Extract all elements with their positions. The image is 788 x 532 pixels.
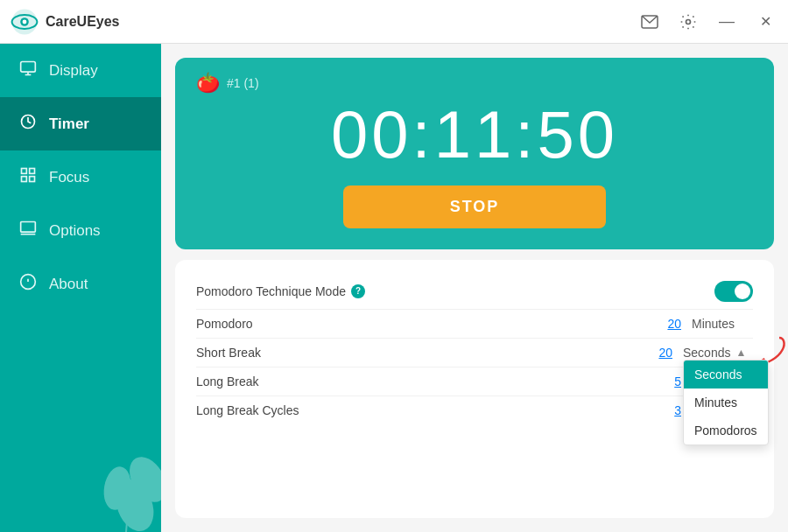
pomodoro-mode-row: Pomodoro Technique Mode ?: [196, 274, 753, 310]
close-button[interactable]: ✕: [753, 10, 777, 34]
help-icon[interactable]: ?: [351, 284, 365, 298]
svg-rect-14: [21, 222, 36, 233]
dropdown-option-pomodoros[interactable]: Pomodoros: [684, 416, 768, 444]
long-break-cycles-value[interactable]: 3: [660, 403, 681, 417]
dropdown-menu: Seconds Minutes Pomodoros: [683, 360, 769, 445]
sidebar-label-options: Options: [49, 222, 101, 240]
app-title: CareUEyes: [46, 14, 120, 30]
title-bar: CareUEyes — ✕: [0, 0, 788, 44]
settings-button[interactable]: [676, 10, 700, 34]
setting-row-long-break-cycles: Long Break Cycles 3: [196, 396, 753, 424]
setting-label-pomodoro: Pomodoro: [196, 317, 660, 331]
title-bar-right: — ✕: [637, 10, 777, 34]
sidebar-item-timer[interactable]: Timer: [0, 97, 161, 150]
content-area: 🍅 #1 (1) 00:11:50 STOP Pomodoro Techniqu…: [161, 44, 788, 532]
dropdown-option-seconds[interactable]: Seconds: [684, 360, 768, 388]
stop-button[interactable]: STOP: [343, 186, 606, 228]
display-icon: [18, 60, 39, 81]
sidebar-label-about: About: [49, 276, 88, 293]
title-bar-left: CareUEyes: [11, 8, 637, 36]
email-button[interactable]: [637, 10, 662, 34]
options-icon: [18, 220, 39, 242]
setting-label-long-break: Long Break: [196, 374, 660, 388]
dropdown-selected[interactable]: Seconds ▲: [683, 346, 753, 360]
main-layout: Display Timer Focus: [0, 44, 788, 532]
tomato-icon: 🍅: [196, 72, 220, 94]
about-icon: [18, 273, 39, 295]
minimize-button[interactable]: —: [714, 10, 739, 34]
long-break-value[interactable]: 5: [660, 374, 681, 388]
pomodoro-mode-toggle[interactable]: [714, 281, 753, 302]
settings-panel: Pomodoro Technique Mode ? Pomodoro 20 Mi…: [175, 260, 774, 518]
sidebar: Display Timer Focus: [0, 44, 161, 532]
short-break-value[interactable]: 20: [651, 346, 672, 360]
timer-card: 🍅 #1 (1) 00:11:50 STOP: [175, 58, 774, 249]
toggle-track: [714, 281, 753, 302]
svg-point-5: [686, 19, 691, 24]
svg-rect-10: [22, 169, 27, 174]
setting-row-short-break: Short Break 20 Seconds ▲ Seconds Minutes…: [196, 339, 753, 368]
svg-rect-12: [22, 177, 27, 182]
timer-icon: [18, 113, 39, 135]
chevron-up-icon: ▲: [735, 346, 746, 359]
svg-rect-6: [21, 62, 36, 73]
setting-row-long-break: Long Break 5: [196, 368, 753, 396]
pomodoro-value[interactable]: 20: [660, 317, 681, 331]
sidebar-label-display: Display: [49, 62, 98, 80]
sidebar-decoration: [0, 311, 161, 532]
setting-label-long-break-cycles: Long Break Cycles: [196, 403, 660, 417]
focus-icon: [18, 166, 39, 188]
sidebar-label-timer: Timer: [49, 116, 89, 133]
pomodoro-unit: Minutes: [692, 317, 753, 331]
sidebar-item-about[interactable]: About: [0, 257, 161, 311]
timer-header: 🍅 #1 (1): [196, 72, 753, 94]
svg-point-3: [23, 19, 27, 24]
dropdown-option-minutes[interactable]: Minutes: [684, 388, 768, 416]
sidebar-item-display[interactable]: Display: [0, 44, 161, 97]
timer-display: 00:11:50: [196, 98, 753, 172]
toggle-thumb: [735, 284, 750, 299]
svg-rect-11: [30, 169, 35, 174]
pomodoro-mode-label: Pomodoro Technique Mode ?: [196, 284, 714, 298]
sidebar-item-options[interactable]: Options: [0, 204, 161, 257]
app-logo: [11, 8, 39, 36]
setting-row-pomodoro: Pomodoro 20 Minutes: [196, 310, 753, 339]
sidebar-label-focus: Focus: [49, 169, 89, 186]
session-label: #1 (1): [227, 76, 259, 90]
unit-dropdown[interactable]: Seconds ▲ Seconds Minutes Pomodoros: [683, 346, 753, 360]
svg-rect-13: [30, 177, 35, 182]
setting-label-short-break: Short Break: [196, 346, 651, 360]
sidebar-item-focus[interactable]: Focus: [0, 150, 161, 204]
